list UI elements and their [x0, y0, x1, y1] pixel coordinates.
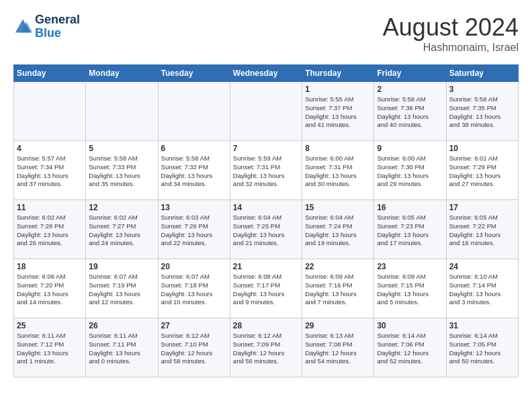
logo-line1: General: [35, 13, 80, 27]
calendar-week-row: 25Sunrise: 6:11 AM Sunset: 7:12 PM Dayli…: [14, 318, 519, 377]
day-number: 3: [449, 85, 515, 94]
cell-info: Sunrise: 6:12 AM Sunset: 7:09 PM Dayligh…: [233, 332, 299, 366]
calendar-cell: 23Sunrise: 6:09 AM Sunset: 7:15 PM Dayli…: [374, 259, 446, 318]
calendar-week-row: 1Sunrise: 5:55 AM Sunset: 7:37 PM Daylig…: [14, 82, 519, 141]
day-number: 18: [17, 262, 83, 271]
col-header-saturday: Saturday: [446, 65, 518, 82]
day-number: 15: [305, 203, 371, 212]
cell-info: Sunrise: 6:09 AM Sunset: 7:16 PM Dayligh…: [305, 273, 371, 307]
cell-info: Sunrise: 6:00 AM Sunset: 7:30 PM Dayligh…: [377, 154, 443, 189]
cell-info: Sunrise: 6:12 AM Sunset: 7:10 PM Dayligh…: [161, 332, 227, 366]
cell-info: Sunrise: 5:55 AM Sunset: 7:37 PM Dayligh…: [305, 95, 371, 130]
day-number: 6: [161, 144, 227, 153]
col-header-sunday: Sunday: [14, 65, 86, 82]
day-number: 20: [161, 262, 227, 271]
cell-info: Sunrise: 6:09 AM Sunset: 7:15 PM Dayligh…: [377, 273, 443, 307]
cell-info: Sunrise: 5:58 AM Sunset: 7:32 PM Dayligh…: [161, 154, 227, 189]
calendar-week-row: 18Sunrise: 6:06 AM Sunset: 7:20 PM Dayli…: [14, 259, 519, 318]
calendar-week-row: 11Sunrise: 6:02 AM Sunset: 7:28 PM Dayli…: [14, 200, 519, 259]
calendar-cell: 30Sunrise: 6:14 AM Sunset: 7:06 PM Dayli…: [374, 318, 446, 377]
calendar-cell: 27Sunrise: 6:12 AM Sunset: 7:10 PM Dayli…: [158, 318, 230, 377]
day-number: 14: [233, 203, 299, 212]
cell-info: Sunrise: 5:56 AM Sunset: 7:35 PM Dayligh…: [449, 95, 515, 130]
cell-info: Sunrise: 5:56 AM Sunset: 7:36 PM Dayligh…: [377, 95, 443, 130]
day-number: 4: [17, 144, 83, 153]
day-number: 25: [17, 321, 83, 330]
calendar-cell: 18Sunrise: 6:06 AM Sunset: 7:20 PM Dayli…: [14, 259, 86, 318]
col-header-friday: Friday: [374, 65, 446, 82]
day-number: 9: [377, 144, 443, 153]
calendar-cell: 16Sunrise: 6:05 AM Sunset: 7:23 PM Dayli…: [374, 200, 446, 259]
location: Hashmonaim, Israel: [383, 42, 519, 54]
calendar-cell: 17Sunrise: 6:05 AM Sunset: 7:22 PM Dayli…: [446, 200, 518, 259]
cell-info: Sunrise: 6:11 AM Sunset: 7:12 PM Dayligh…: [17, 332, 83, 366]
day-number: 27: [161, 321, 227, 330]
day-number: 2: [377, 85, 443, 94]
calendar-cell: 28Sunrise: 6:12 AM Sunset: 7:09 PM Dayli…: [230, 318, 302, 377]
col-header-wednesday: Wednesday: [230, 65, 302, 82]
day-number: 7: [233, 144, 299, 153]
cell-info: Sunrise: 6:13 AM Sunset: 7:08 PM Dayligh…: [305, 332, 371, 366]
calendar-cell: 13Sunrise: 6:03 AM Sunset: 7:26 PM Dayli…: [158, 200, 230, 259]
logo-icon: [13, 17, 32, 36]
calendar-cell: [230, 82, 302, 141]
calendar-week-row: 4Sunrise: 5:57 AM Sunset: 7:34 PM Daylig…: [14, 141, 519, 200]
day-number: 10: [449, 144, 515, 153]
calendar-cell: 19Sunrise: 6:07 AM Sunset: 7:19 PM Dayli…: [86, 259, 158, 318]
calendar-table: SundayMondayTuesdayWednesdayThursdayFrid…: [13, 64, 519, 377]
month-year: August 2024: [383, 13, 519, 42]
cell-info: Sunrise: 6:05 AM Sunset: 7:23 PM Dayligh…: [377, 214, 443, 248]
day-number: 29: [305, 321, 371, 330]
day-number: 17: [449, 203, 515, 212]
calendar-cell: 3Sunrise: 5:56 AM Sunset: 7:35 PM Daylig…: [446, 82, 518, 141]
cell-info: Sunrise: 6:02 AM Sunset: 7:28 PM Dayligh…: [17, 214, 83, 248]
day-number: 30: [377, 321, 443, 330]
calendar-cell: 10Sunrise: 6:01 AM Sunset: 7:29 PM Dayli…: [446, 141, 518, 200]
cell-info: Sunrise: 5:58 AM Sunset: 7:33 PM Dayligh…: [89, 154, 154, 189]
calendar-header-row: SundayMondayTuesdayWednesdayThursdayFrid…: [14, 65, 519, 82]
day-number: 21: [233, 262, 299, 271]
logo-line2: Blue: [35, 27, 80, 40]
cell-info: Sunrise: 6:08 AM Sunset: 7:17 PM Dayligh…: [233, 273, 299, 307]
calendar-cell: [86, 82, 158, 141]
calendar-cell: 2Sunrise: 5:56 AM Sunset: 7:36 PM Daylig…: [374, 82, 446, 141]
cell-info: Sunrise: 6:04 AM Sunset: 7:25 PM Dayligh…: [233, 214, 299, 248]
day-number: 11: [17, 203, 83, 212]
calendar-cell: 20Sunrise: 6:07 AM Sunset: 7:18 PM Dayli…: [158, 259, 230, 318]
calendar-cell: 6Sunrise: 5:58 AM Sunset: 7:32 PM Daylig…: [158, 141, 230, 200]
calendar-cell: 21Sunrise: 6:08 AM Sunset: 7:17 PM Dayli…: [230, 259, 302, 318]
day-number: 16: [377, 203, 443, 212]
calendar-cell: 5Sunrise: 5:58 AM Sunset: 7:33 PM Daylig…: [86, 141, 158, 200]
calendar-cell: 4Sunrise: 5:57 AM Sunset: 7:34 PM Daylig…: [14, 141, 86, 200]
cell-info: Sunrise: 6:06 AM Sunset: 7:20 PM Dayligh…: [17, 273, 83, 307]
calendar-cell: 25Sunrise: 6:11 AM Sunset: 7:12 PM Dayli…: [14, 318, 86, 377]
calendar-cell: [14, 82, 86, 141]
calendar-cell: 7Sunrise: 5:59 AM Sunset: 7:31 PM Daylig…: [230, 141, 302, 200]
cell-info: Sunrise: 6:14 AM Sunset: 7:06 PM Dayligh…: [377, 332, 443, 366]
day-number: 23: [377, 262, 443, 271]
cell-info: Sunrise: 5:59 AM Sunset: 7:31 PM Dayligh…: [233, 154, 299, 189]
day-number: 19: [89, 262, 154, 271]
cell-info: Sunrise: 6:11 AM Sunset: 7:11 PM Dayligh…: [89, 332, 154, 366]
logo: General Blue: [13, 13, 80, 40]
cell-info: Sunrise: 6:07 AM Sunset: 7:18 PM Dayligh…: [161, 273, 227, 307]
col-header-thursday: Thursday: [302, 65, 374, 82]
col-header-monday: Monday: [86, 65, 158, 82]
page-header: General Blue August 2024 Hashmonaim, Isr…: [13, 13, 519, 54]
calendar-cell: 24Sunrise: 6:10 AM Sunset: 7:14 PM Dayli…: [446, 259, 518, 318]
calendar-cell: 1Sunrise: 5:55 AM Sunset: 7:37 PM Daylig…: [302, 82, 374, 141]
cell-info: Sunrise: 6:07 AM Sunset: 7:19 PM Dayligh…: [89, 273, 154, 307]
cell-info: Sunrise: 6:02 AM Sunset: 7:27 PM Dayligh…: [89, 214, 154, 248]
cell-info: Sunrise: 6:10 AM Sunset: 7:14 PM Dayligh…: [449, 273, 515, 307]
cell-info: Sunrise: 5:57 AM Sunset: 7:34 PM Dayligh…: [17, 154, 83, 189]
calendar-cell: 14Sunrise: 6:04 AM Sunset: 7:25 PM Dayli…: [230, 200, 302, 259]
calendar-cell: 26Sunrise: 6:11 AM Sunset: 7:11 PM Dayli…: [86, 318, 158, 377]
cell-info: Sunrise: 6:01 AM Sunset: 7:29 PM Dayligh…: [449, 154, 515, 189]
day-number: 26: [89, 321, 154, 330]
cell-info: Sunrise: 6:03 AM Sunset: 7:26 PM Dayligh…: [161, 214, 227, 248]
day-number: 31: [449, 321, 515, 330]
calendar-cell: 29Sunrise: 6:13 AM Sunset: 7:08 PM Dayli…: [302, 318, 374, 377]
day-number: 24: [449, 262, 515, 271]
day-number: 12: [89, 203, 154, 212]
day-number: 1: [305, 85, 371, 94]
